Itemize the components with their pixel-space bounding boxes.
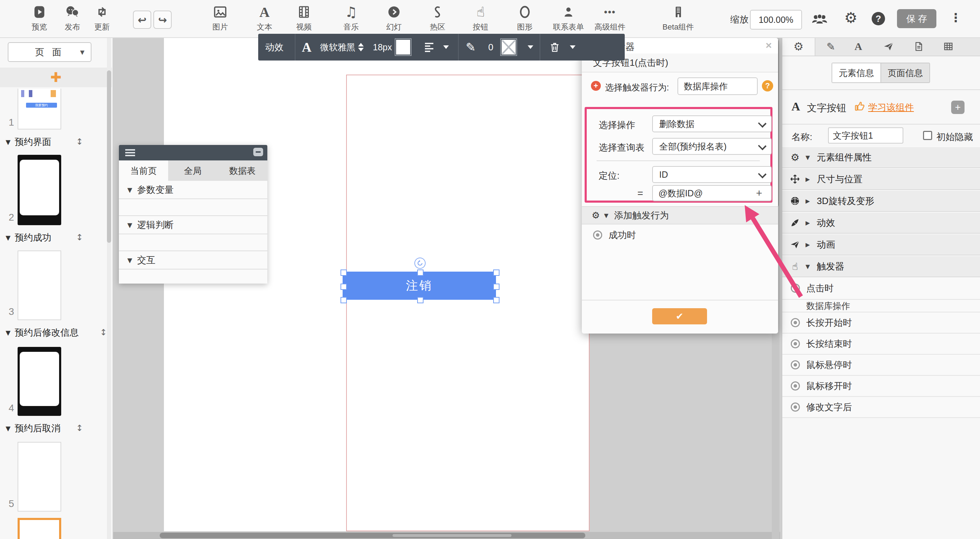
confirm-button[interactable]: ✔: [652, 308, 707, 324]
name-input[interactable]: [828, 127, 903, 143]
selection-handle-sw[interactable]: [340, 297, 347, 303]
reorder-icon[interactable]: ↕: [100, 328, 107, 337]
section-header-booking-ui[interactable]: ▼ 预约界面 ↕: [0, 136, 113, 148]
locate-select[interactable]: ID: [652, 166, 772, 183]
align-caret[interactable]: [443, 34, 449, 60]
selection-handle-s[interactable]: [417, 297, 423, 303]
tab-plane-icon[interactable]: [878, 37, 899, 56]
section-triggers[interactable]: ☝ ▼ 触发器: [782, 256, 980, 277]
learn-component-link[interactable]: 学习该组件: [868, 101, 914, 114]
text-color-swatch[interactable]: [395, 34, 412, 60]
page-thumbnail-1[interactable]: 我要预约: [18, 89, 61, 129]
save-button[interactable]: 保 存: [897, 9, 936, 28]
font-style-icon[interactable]: A: [302, 34, 311, 60]
section-interaction[interactable]: ▼交互: [119, 251, 267, 269]
table-select[interactable]: 全部(预约报名表): [652, 138, 772, 155]
tab-text-icon[interactable]: A: [848, 37, 869, 56]
toolbar-item-advanced[interactable]: ••• 高级组件: [585, 3, 635, 32]
stroke-pencil-icon[interactable]: ✎: [466, 34, 476, 60]
selection-handle-n[interactable]: [417, 269, 423, 276]
selection-handle-ne[interactable]: [493, 269, 500, 276]
stroke-color-swatch[interactable]: [500, 34, 517, 60]
delete-caret[interactable]: [570, 34, 576, 60]
stroke-caret[interactable]: [528, 34, 533, 60]
trigger-longpress-start[interactable]: 长按开始时: [782, 312, 980, 334]
trigger-text-changed[interactable]: 修改文字后: [782, 397, 980, 418]
section-animation[interactable]: ▶ 动画: [782, 234, 980, 256]
align-button[interactable]: [422, 34, 436, 60]
add-page-button[interactable]: ✚: [50, 71, 62, 84]
toolbar-item-update[interactable]: 更新: [77, 3, 127, 32]
sidebar-scrollbar-handle[interactable]: [107, 70, 111, 243]
selection-handle-w[interactable]: [340, 283, 347, 290]
toolbar-item-slideshow[interactable]: 幻灯: [369, 3, 418, 32]
redo-button[interactable]: ↪: [153, 11, 172, 29]
page-thumbnail-6-selected[interactable]: [18, 518, 61, 539]
section-header-cancel-booking[interactable]: ▼ 预约后取消 ↕: [0, 422, 113, 434]
section-element-properties[interactable]: ⚙ ▼ 元素组件属性: [782, 146, 980, 168]
section-3d-rotate[interactable]: ▶ 3D旋转及变形: [782, 190, 980, 212]
selection-handle-nw[interactable]: [340, 269, 347, 276]
tab-pencil-icon[interactable]: ✎: [820, 37, 842, 56]
trigger-on-click[interactable]: 点击时: [782, 277, 980, 300]
more-menu-icon[interactable]: ⋮: [950, 11, 962, 25]
stroke-width-value[interactable]: 0: [488, 34, 493, 60]
selection-handle-se[interactable]: [493, 297, 500, 303]
sidebar-scrollbar[interactable]: [107, 37, 111, 539]
toolbar-item-shape[interactable]: 图形: [500, 3, 549, 32]
page-thumbnail-4[interactable]: [18, 347, 61, 416]
page-thumbnail-5[interactable]: [18, 442, 61, 512]
reorder-icon[interactable]: ↕: [76, 232, 83, 242]
trigger-on-click-db-action[interactable]: 数据库操作: [782, 300, 980, 312]
toolbar-item-video[interactable]: 视频: [279, 3, 329, 32]
close-icon[interactable]: ×: [765, 40, 772, 51]
undo-button[interactable]: ↩: [133, 11, 151, 29]
toolbar-item-image[interactable]: 图片: [196, 3, 245, 32]
toolbar-item-music[interactable]: ♫ 音乐: [326, 3, 375, 32]
locate-value-input[interactable]: @数据ID@: [652, 185, 748, 201]
trigger-longpress-end[interactable]: 长按结束时: [782, 334, 980, 355]
font-family-select[interactable]: 微软雅黑: [320, 34, 364, 60]
minimize-button[interactable]: [253, 148, 263, 156]
section-parameters[interactable]: ▼参数变量: [119, 181, 267, 199]
hscroll-handle[interactable]: [160, 533, 585, 538]
rotate-handle[interactable]: [414, 258, 426, 269]
tab-global[interactable]: 全局: [168, 161, 217, 181]
trigger-mouse-hover[interactable]: 鼠标悬停时: [782, 355, 980, 376]
pages-dropdown[interactable]: 页 面 ▼: [8, 42, 91, 62]
add-condition-button[interactable]: +: [747, 185, 772, 201]
reorder-icon[interactable]: ↕: [76, 423, 83, 433]
tab-element-info[interactable]: 元素信息: [832, 63, 880, 82]
tab-gear-icon[interactable]: ⚙: [788, 37, 809, 56]
help-question-icon[interactable]: ?: [762, 80, 773, 91]
add-trigger-action-header[interactable]: ⚙ ▼ 添加触发行为: [582, 206, 778, 224]
zoom-input[interactable]: [750, 10, 802, 30]
operation-select[interactable]: 删除数据: [652, 115, 772, 132]
tab-document-icon[interactable]: [908, 37, 929, 56]
reorder-icon[interactable]: ↕: [76, 137, 83, 147]
tab-data-table[interactable]: 数据表: [217, 161, 267, 181]
toolbar-item-button[interactable]: ☝ 按钮: [456, 3, 505, 32]
variables-panel-header[interactable]: [119, 145, 267, 161]
section-motion[interactable]: ▶ 动效: [782, 212, 980, 234]
add-behavior-icon[interactable]: +: [591, 81, 601, 91]
trigger-mouse-out[interactable]: 鼠标移开时: [782, 376, 980, 397]
initial-hidden-checkbox[interactable]: [923, 131, 932, 140]
tab-current-page[interactable]: 当前页: [119, 161, 168, 181]
tab-page-info[interactable]: 页面信息: [880, 63, 929, 82]
logout-button-element[interactable]: 注销: [343, 272, 496, 300]
anim-button[interactable]: 动效: [265, 34, 283, 60]
font-size-select[interactable]: 18px: [373, 34, 392, 60]
collaborators-icon[interactable]: [811, 11, 828, 30]
behavior-value-input[interactable]: 数据库操作: [678, 77, 758, 95]
section-header-modify-info[interactable]: ▼ 预约后修改信息 ↕: [0, 326, 113, 339]
settings-gear-icon[interactable]: ⚙: [844, 9, 858, 26]
help-icon[interactable]: ?: [872, 12, 885, 25]
section-size-position[interactable]: ▶ 尺寸与位置: [782, 168, 980, 190]
page-thumbnail-3[interactable]: [18, 251, 61, 320]
tab-table-icon[interactable]: [938, 37, 959, 56]
drag-menu-icon[interactable]: [125, 149, 135, 157]
section-logic[interactable]: ▼逻辑判断: [119, 216, 267, 234]
toolbar-item-beta[interactable]: Beta组件: [654, 3, 703, 32]
page-thumbnail-2[interactable]: [18, 155, 61, 225]
